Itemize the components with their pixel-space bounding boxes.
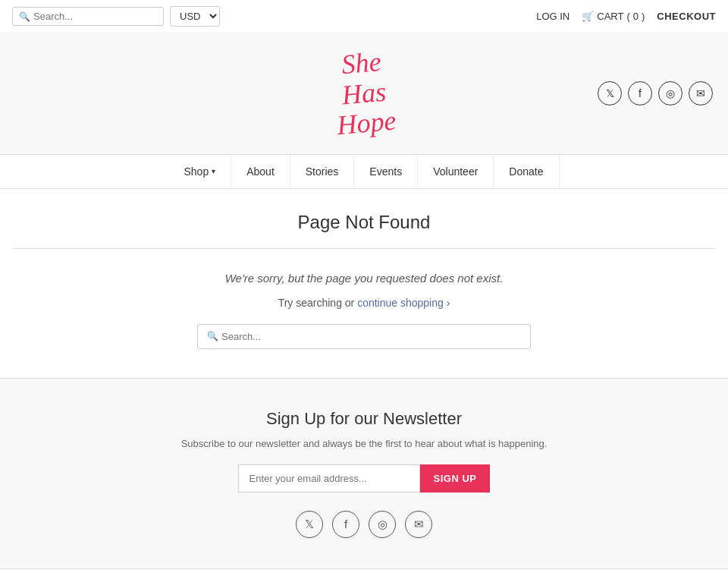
cart-link[interactable]: 🛒 CART (0) (582, 11, 645, 22)
currency-select[interactable]: USD (170, 6, 220, 27)
header-facebook-icon[interactable]: f (628, 81, 652, 105)
newsletter-subtitle: Subscribe to our newsletter and always b… (12, 438, 716, 449)
footer-twitter-icon[interactable]: 𝕏 (296, 511, 323, 538)
header-search-input[interactable] (33, 11, 157, 22)
top-bar-left: 🔍 USD (12, 6, 220, 27)
nav-item-shop[interactable]: Shop ▾ (168, 155, 231, 188)
nav-volunteer-label: Volunteer (433, 165, 478, 178)
footer-bottom: © 2017 She Has Hope. All Rights Reserved… (0, 569, 728, 576)
main-nav: Shop ▾ About Stories Events Volunteer Do… (0, 154, 728, 189)
continue-shopping-link[interactable]: continue shopping › (357, 297, 450, 309)
header-instagram-icon[interactable]: ◎ (658, 81, 682, 105)
checkout-link[interactable]: CHECKOUT (657, 11, 716, 22)
try-searching-text: Try searching or continue shopping › (12, 297, 716, 309)
site-logo[interactable]: SheHasHope (331, 46, 397, 141)
header-twitter-icon[interactable]: 𝕏 (598, 81, 622, 105)
nav-item-about[interactable]: About (231, 155, 290, 188)
footer-facebook-icon[interactable]: f (332, 511, 359, 538)
main-content: Page Not Found We're sorry, but the page… (0, 189, 728, 379)
top-bar-right: LOG IN 🛒 CART (0) CHECKOUT (536, 11, 716, 22)
footer-instagram-icon[interactable]: ◎ (369, 511, 396, 538)
header-email-icon[interactable]: ✉ (689, 81, 713, 105)
header-search-icon: 🔍 (19, 11, 30, 22)
page-title: Page Not Found (12, 212, 716, 249)
header-social-icons: 𝕏 f ◎ ✉ (598, 81, 713, 105)
newsletter-email-input[interactable] (238, 464, 420, 493)
nav-item-volunteer[interactable]: Volunteer (418, 155, 494, 188)
nav-about-label: About (246, 165, 275, 178)
newsletter-title: Sign Up for our Newsletter (12, 409, 716, 429)
content-search-input[interactable] (221, 331, 521, 342)
footer-newsletter: Sign Up for our Newsletter Subscribe to … (0, 379, 728, 569)
content-search-wrapper[interactable]: 🔍 (197, 324, 531, 349)
nav-item-donate[interactable]: Donate (494, 155, 559, 188)
nav-donate-label: Donate (509, 165, 543, 178)
top-bar: 🔍 USD LOG IN 🛒 CART (0) CHECKOUT (0, 0, 728, 33)
cart-label: CART (597, 11, 623, 22)
sorry-message: We're sorry, but the page you requested … (12, 272, 716, 285)
newsletter-form: SIGN UP (12, 464, 716, 493)
nav-item-stories[interactable]: Stories (290, 155, 355, 188)
site-header: SheHasHope 𝕏 f ◎ ✉ (0, 33, 728, 154)
footer-email-icon[interactable]: ✉ (405, 511, 432, 538)
nav-shop-label: Shop (184, 165, 209, 178)
nav-events-label: Events (369, 165, 402, 178)
shop-chevron-icon: ▾ (212, 167, 215, 175)
footer-social-icons: 𝕏 f ◎ ✉ (12, 511, 716, 538)
newsletter-signup-button[interactable]: SIGN UP (420, 464, 491, 493)
login-link[interactable]: LOG IN (536, 11, 570, 22)
nav-stories-label: Stories (306, 165, 339, 178)
cart-count: 0 (633, 11, 639, 22)
header-search-wrapper[interactable]: 🔍 (12, 7, 164, 26)
content-search-icon: 🔍 (207, 331, 218, 342)
try-searching-prefix: Try searching or (278, 297, 355, 309)
nav-item-events[interactable]: Events (354, 155, 418, 188)
